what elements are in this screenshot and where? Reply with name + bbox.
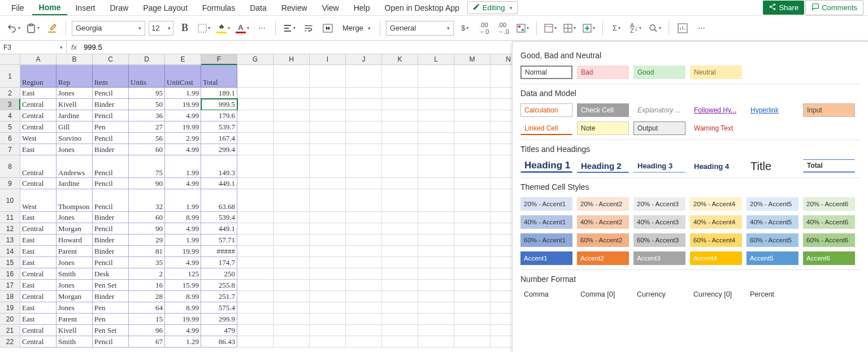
- style-explanatory[interactable]: Explanatory ...: [633, 103, 685, 117]
- row-header[interactable]: 11: [0, 212, 20, 223]
- cell[interactable]: [382, 280, 418, 291]
- cell[interactable]: Total: [201, 65, 237, 88]
- style-accent-solid[interactable]: Accent3: [633, 251, 685, 265]
- fill-color-button[interactable]: ▾: [215, 20, 231, 36]
- row-header[interactable]: 9: [0, 178, 20, 189]
- cell[interactable]: [346, 155, 382, 178]
- row-header[interactable]: 2: [0, 88, 20, 99]
- cell[interactable]: 4.99: [165, 144, 201, 155]
- cell[interactable]: [382, 189, 418, 212]
- cell[interactable]: Smith: [57, 336, 93, 347]
- format-currency0[interactable]: Currency [0]: [690, 289, 742, 299]
- cell[interactable]: [274, 268, 310, 280]
- cell[interactable]: [346, 65, 382, 88]
- cell[interactable]: [382, 133, 418, 144]
- style-accent[interactable]: 40% - Accent5: [747, 215, 798, 229]
- cell[interactable]: [418, 257, 454, 268]
- cell[interactable]: [274, 257, 310, 268]
- cell[interactable]: 16: [129, 280, 165, 291]
- cell[interactable]: 125: [165, 268, 201, 280]
- cell[interactable]: [346, 99, 382, 110]
- cell[interactable]: East: [20, 314, 57, 325]
- cell[interactable]: [382, 291, 418, 302]
- cell[interactable]: [418, 325, 454, 336]
- cell[interactable]: [382, 178, 418, 189]
- cell[interactable]: 999.5: [201, 99, 237, 110]
- cell[interactable]: [310, 246, 346, 257]
- cell[interactable]: [310, 133, 346, 144]
- cell[interactable]: [274, 110, 310, 121]
- cell[interactable]: [418, 110, 454, 121]
- row-header[interactable]: 10: [0, 189, 20, 212]
- cell-styles-button[interactable]: ▾: [562, 20, 578, 36]
- cell[interactable]: 19.99: [165, 314, 201, 325]
- cell[interactable]: [310, 336, 346, 347]
- row-header[interactable]: 19: [0, 302, 20, 314]
- style-output[interactable]: Output: [633, 121, 685, 135]
- cell[interactable]: Howard: [57, 234, 93, 246]
- cell[interactable]: 251.7: [201, 291, 237, 302]
- cell[interactable]: Pen: [93, 314, 129, 325]
- style-heading1[interactable]: Heading 1: [520, 159, 572, 173]
- cell[interactable]: [418, 133, 454, 144]
- format-table-button[interactable]: ▾: [542, 20, 558, 36]
- cell[interactable]: [454, 178, 491, 189]
- cell[interactable]: [274, 223, 310, 234]
- cell[interactable]: 86.43: [201, 336, 237, 347]
- menu-help[interactable]: Help: [347, 1, 377, 15]
- style-accent[interactable]: 20% - Accent1: [520, 197, 572, 211]
- cell[interactable]: [274, 234, 310, 246]
- style-check-cell[interactable]: Check Cell: [577, 103, 629, 117]
- cell[interactable]: [346, 291, 382, 302]
- cell[interactable]: 449.1: [201, 223, 237, 234]
- cell[interactable]: Central: [20, 268, 57, 280]
- cell[interactable]: Central: [20, 223, 57, 234]
- cell[interactable]: 149.3: [201, 155, 237, 178]
- menu-home[interactable]: Home: [32, 1, 68, 15]
- cell[interactable]: Binder: [93, 234, 129, 246]
- number-format-select[interactable]: General ▾: [386, 21, 454, 36]
- cell[interactable]: [310, 325, 346, 336]
- cell[interactable]: [310, 144, 346, 155]
- style-heading2[interactable]: Heading 2: [577, 159, 629, 173]
- cell[interactable]: [418, 280, 454, 291]
- cell[interactable]: [382, 234, 418, 246]
- column-header-I[interactable]: I: [310, 54, 346, 65]
- cell[interactable]: Smith: [57, 268, 93, 280]
- cell[interactable]: [310, 314, 346, 325]
- style-accent-solid[interactable]: Accent1: [520, 251, 572, 265]
- cell[interactable]: [382, 223, 418, 234]
- cell[interactable]: [418, 234, 454, 246]
- cell[interactable]: Pencil: [93, 110, 129, 121]
- cell[interactable]: Desk: [93, 268, 129, 280]
- cell[interactable]: 4.99: [165, 110, 201, 121]
- sort-button[interactable]: AZ↓▾: [628, 20, 644, 36]
- cell[interactable]: Pencil: [93, 178, 129, 189]
- cell[interactable]: Pencil: [93, 155, 129, 178]
- style-linked-cell[interactable]: Linked Cell: [520, 121, 572, 135]
- cell[interactable]: Pencil: [93, 223, 129, 234]
- cell[interactable]: [310, 257, 346, 268]
- style-accent-solid[interactable]: Accent6: [803, 251, 855, 265]
- menu-page-layout[interactable]: Page Layout: [136, 1, 194, 15]
- style-title[interactable]: Title: [747, 159, 798, 173]
- cell[interactable]: 32: [129, 189, 165, 212]
- cell[interactable]: West: [20, 133, 57, 144]
- merge-icon[interactable]: [320, 20, 336, 36]
- cell[interactable]: [382, 110, 418, 121]
- cell[interactable]: [237, 65, 274, 88]
- row-header[interactable]: 17: [0, 280, 20, 291]
- cell[interactable]: Jardine: [57, 178, 93, 189]
- row-header[interactable]: 21: [0, 325, 20, 336]
- cell[interactable]: [382, 302, 418, 314]
- name-box[interactable]: F3 ▾: [0, 41, 67, 54]
- cell[interactable]: [237, 121, 274, 133]
- style-accent[interactable]: 40% - Accent4: [690, 215, 742, 229]
- cell[interactable]: 35: [129, 257, 165, 268]
- style-warning-text[interactable]: Warning Text: [690, 121, 742, 135]
- cell[interactable]: 64: [129, 302, 165, 314]
- font-name-select[interactable]: Georgia ▾: [72, 21, 145, 36]
- cell[interactable]: [454, 88, 491, 99]
- style-accent[interactable]: 40% - Accent1: [520, 215, 572, 229]
- cell[interactable]: Kivell: [57, 99, 93, 110]
